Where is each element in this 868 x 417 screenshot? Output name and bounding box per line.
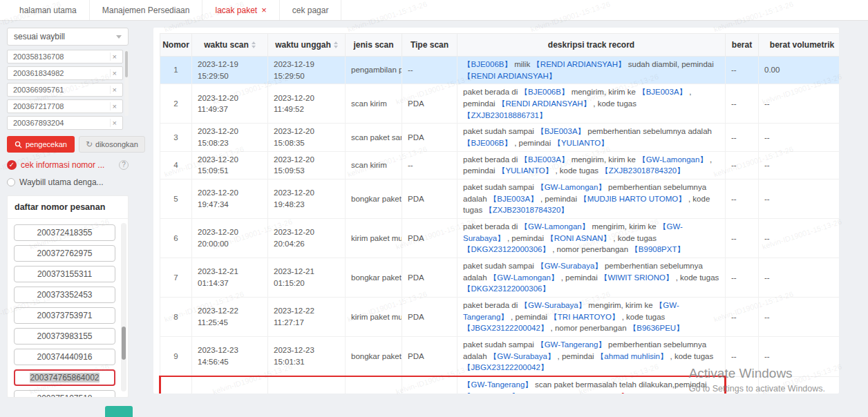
track-entity: 【RENDI ARDIANSYAH】 <box>463 72 556 80</box>
waybill-item[interactable]: 200366995761× <box>7 83 123 97</box>
clear-button[interactable]: ↻ dikosongkan <box>79 136 145 153</box>
sort-desc-icon[interactable] <box>334 46 338 48</box>
row-number: 10 <box>160 376 192 394</box>
desc-text: paket sudah sampai <box>463 127 536 135</box>
table-header-row: Nomorwaktu scanwaktu unggahjenis scanTip… <box>160 34 840 57</box>
order-item[interactable]: 200374440916 <box>14 349 115 365</box>
sort-desc-icon[interactable] <box>252 46 256 48</box>
sort-icons[interactable] <box>252 41 256 48</box>
track-entity: 【GW-Lamongan】 <box>638 155 708 164</box>
waybill-utama-option[interactable]: Waybill utama denga... <box>7 177 129 187</box>
track-entity: 【BJE003A】 <box>638 88 687 96</box>
scan-type: bongkar paket samp <box>346 337 402 377</box>
track-description: paket sudah sampai 【GW-Lamongan】 pemberh… <box>457 180 726 219</box>
help-icon[interactable]: ? <box>119 160 129 170</box>
desc-text: paket sudah sampai <box>463 183 536 191</box>
track-entity: 【RENDI ARDIANSYAH】 <box>498 99 591 108</box>
volumetric-weight: -- <box>759 298 840 337</box>
desc-text: mengirim, kirim ke <box>589 222 659 231</box>
waybill-filter-select[interactable]: sesuai waybill <box>7 28 129 46</box>
volumetric-weight: -- <box>759 124 840 151</box>
scan-time: 2023-12-22 11:25:45 <box>192 298 268 337</box>
order-item[interactable]: 200372418355 <box>14 224 115 241</box>
volumetric-weight: -- <box>759 219 840 258</box>
desc-text: , kode tugas <box>611 234 657 242</box>
order-scroll-thumb[interactable] <box>122 327 126 360</box>
waybill-scrollbar[interactable] <box>124 50 129 116</box>
track-entity: 【ahmad muhlisin】 <box>596 352 668 360</box>
desc-text: paket berada di <box>463 155 520 164</box>
track-entity: 【BJE003A】 <box>536 127 585 135</box>
tab-close-icon[interactable]: × <box>261 6 267 14</box>
track-entity: 【GW-Lamongan】 <box>536 183 606 191</box>
column-header-deskripsi-track-record: deskripsi track record <box>457 34 726 57</box>
sort-asc-icon[interactable] <box>252 41 256 44</box>
order-item[interactable]: 200373983155 <box>14 328 115 345</box>
upload-time: 2023-12-21 01:15:20 <box>268 258 346 298</box>
waybill-scroll-thumb[interactable] <box>125 51 128 77</box>
order-item[interactable]: 200373753971 <box>14 307 115 324</box>
tab-lacak-paket[interactable]: lacak paket× <box>202 0 279 20</box>
waybill-item[interactable]: 200361834982× <box>7 66 123 80</box>
scan-time: 2023-12-20 15:09:51 <box>192 151 268 179</box>
desc-text: , kode tugas <box>619 313 665 321</box>
order-number: 200374440916 <box>37 352 92 362</box>
floating-widget[interactable] <box>105 406 133 417</box>
remove-waybill-icon[interactable]: × <box>110 86 119 94</box>
table-row: 42023-12-20 15:09:512023-12-20 15:09:53s… <box>160 151 840 179</box>
scan-type: scan paket bermasa <box>346 376 402 394</box>
remove-waybill-icon[interactable]: × <box>110 102 119 110</box>
order-item[interactable]: 200372762975 <box>14 245 115 262</box>
table-row: 52023-12-20 19:47:342023-12-20 19:48:23b… <box>160 180 840 219</box>
table-row: 22023-12-20 11:49:372023-12-20 11:49:52s… <box>160 84 840 124</box>
desc-text: paket berada di <box>463 222 520 231</box>
refresh-icon: ↻ <box>86 139 93 149</box>
device-type: -- <box>402 376 457 394</box>
check-button[interactable]: pengecekan <box>7 136 75 153</box>
tab-halaman-utama[interactable]: halaman utama <box>7 0 90 20</box>
track-entity: 【GW-Lamongan】 <box>520 222 589 231</box>
upload-time: 2023-12-23 15:01:31 <box>268 337 346 377</box>
track-entity: 【ZXJB23018784320】 <box>484 206 568 214</box>
waybill-item[interactable]: 200367217708× <box>7 99 123 113</box>
remove-waybill-icon[interactable]: × <box>110 69 119 77</box>
row-number: 8 <box>160 298 192 337</box>
desc-text: milik <box>512 60 532 68</box>
column-header-waktu-unggah[interactable]: waktu unggah <box>268 34 346 57</box>
track-description: paket sudah sampai 【GW-Tangerang】 pember… <box>457 337 726 377</box>
order-item[interactable]: 200375107518 <box>14 390 115 397</box>
tab-label: halaman utama <box>19 6 77 15</box>
upload-time: 2023-12-20 15:08:35 <box>268 124 346 151</box>
remove-waybill-icon[interactable]: × <box>110 52 119 61</box>
order-scrollbar[interactable] <box>121 223 126 391</box>
column-label: berat <box>732 40 752 50</box>
track-entity: 【BJE006B】 <box>520 88 569 96</box>
order-item[interactable]: 200374765864002 <box>14 369 115 386</box>
waybill-item[interactable]: 200367893204× <box>7 116 123 130</box>
tab-cek-pagar[interactable]: cek pagar <box>280 0 342 20</box>
scan-time: 2023-12-21 01:14:37 <box>192 258 268 298</box>
checked-circle-icon: ✓ <box>7 160 17 170</box>
remove-waybill-icon[interactable]: × <box>110 119 119 127</box>
waybill-list: 200358136708×200361834982×200366995761×2… <box>7 50 129 130</box>
track-entity: 【GW-Surabaya】 <box>536 262 603 270</box>
track-entity: 【RONI ASNAN】 <box>546 234 611 242</box>
desc-text: , pemindai <box>559 273 600 282</box>
sort-icons[interactable] <box>334 41 338 48</box>
volumetric-weight: -- <box>759 180 840 219</box>
waybill-filter-value: sesuai waybill <box>14 32 65 41</box>
order-item[interactable]: 200373352453 <box>14 287 115 303</box>
column-label: Tipe scan <box>411 40 449 50</box>
order-item[interactable]: 200373155311 <box>14 266 115 282</box>
tab-manajemen-persediaan[interactable]: Manajemen Persediaan <box>90 0 203 20</box>
track-entity: 【DKGX23122000306】 <box>463 284 550 293</box>
track-description: paket berada di 【GW-Surabaya】 mengirim, … <box>457 298 726 337</box>
track-entity: 【MUDJIB HARTO UTOMO】 <box>579 195 686 203</box>
desc-text: pemberhentian sebelumnya adalah <box>585 127 712 135</box>
check-info-option[interactable]: ✓ cek informasi nomor ... ? <box>7 160 129 170</box>
track-entity: 【B9908PXT】 <box>630 245 685 253</box>
waybill-item[interactable]: 200358136708× <box>7 50 123 64</box>
desc-text: sudah diambil, pemindai <box>626 60 714 68</box>
sort-asc-icon[interactable] <box>334 41 338 44</box>
column-header-waktu-scan[interactable]: waktu scan <box>192 34 268 57</box>
